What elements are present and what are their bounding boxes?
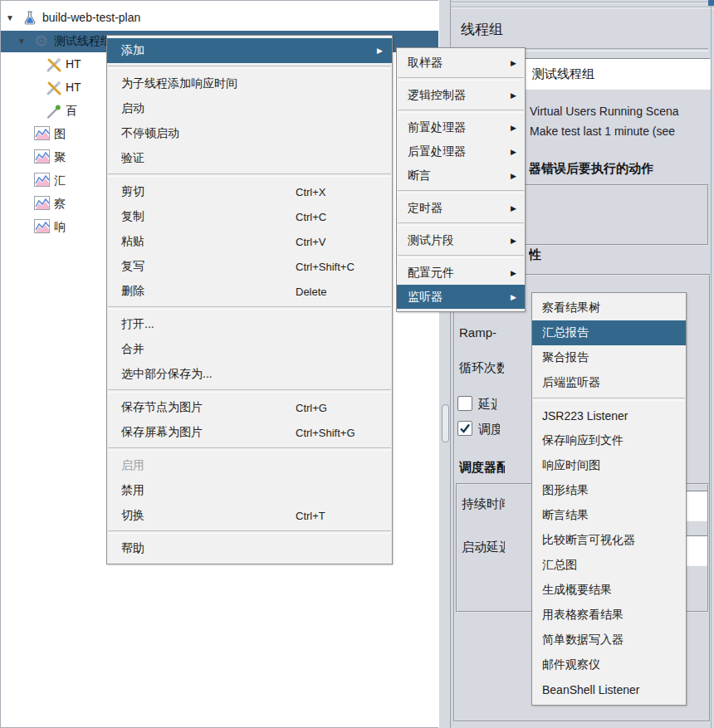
menu-item-shortcut: Delete — [296, 286, 327, 298]
listener-menu-item-保存响应到文件[interactable]: 保存响应到文件 — [532, 428, 686, 453]
tree-node-label: HT — [66, 81, 81, 94]
listener-menu-item-用表格察看结果[interactable]: 用表格察看结果 — [532, 603, 686, 628]
menu-item-label: 察看结果树 — [542, 300, 600, 315]
listener-menu-item-生成概要结果[interactable]: 生成概要结果 — [532, 578, 686, 603]
menu-item-label: 响应时间图 — [542, 458, 600, 473]
tree-node-label: HT — [66, 57, 81, 71]
context-menu-item-粘贴[interactable]: 粘贴Ctrl+V — [107, 229, 392, 254]
menu-separator — [108, 447, 391, 451]
add-menu-item-逻辑控制器[interactable]: 逻辑控制器▶ — [397, 83, 525, 107]
tree-node-label: 百 — [66, 104, 77, 119]
listener-menu-item-邮件观察仪[interactable]: 邮件观察仪 — [532, 652, 686, 677]
menu-item-label: JSR223 Listener — [542, 409, 628, 423]
listener-menu-item-察看结果树[interactable]: 察看结果树 — [532, 296, 686, 320]
split-pane-handle[interactable] — [442, 404, 449, 442]
menu-item-label: 断言 — [408, 169, 431, 183]
context-menu-item-启动[interactable]: 启动 — [107, 96, 392, 121]
menu-item-label: 打开... — [121, 317, 154, 332]
menu-item-label: 保存节点为图片 — [121, 400, 203, 415]
submenu-arrow-icon: ▶ — [511, 124, 516, 132]
dropper-icon — [46, 103, 62, 120]
menu-item-label: 邮件观察仪 — [542, 657, 600, 672]
listener-menu-item-汇总报告[interactable]: 汇总报告 — [532, 320, 686, 345]
add-menu-item-前置处理器[interactable]: 前置处理器▶ — [397, 115, 525, 139]
context-menu-item-选中部分保存为...[interactable]: 选中部分保存为... — [107, 362, 392, 387]
listener-menu-item-BeanShell Listener[interactable]: BeanShell Listener — [532, 677, 686, 702]
menu-item-label: BeanShell Listener — [542, 683, 640, 696]
listener-menu-item-响应时间图[interactable]: 响应时间图 — [532, 453, 686, 478]
menu-item-label: 禁用 — [121, 483, 144, 498]
expand-arrow-icon[interactable]: ▼ — [6, 13, 14, 22]
menu-separator — [398, 222, 524, 226]
menu-item-label: 保存屏幕为图片 — [121, 425, 203, 440]
tree-node-build-web-test-plan[interactable]: ▼build-web-test-plan — [1, 7, 438, 29]
add-menu-item-监听器[interactable]: 监听器▶ — [397, 285, 525, 309]
listener-menu-item-JSR223 Listener[interactable]: JSR223 Listener — [532, 403, 686, 428]
chart-icon — [34, 149, 51, 166]
submenu-arrow-icon: ▶ — [511, 269, 516, 277]
menu-item-label: 后置处理器 — [408, 144, 466, 159]
menu-item-label: 复写 — [121, 259, 144, 274]
menu-item-label: 简单数据写入器 — [542, 633, 624, 647]
context-menu-item-为子线程添加响应时间[interactable]: 为子线程添加响应时间 — [107, 71, 392, 96]
context-menu-item-切换[interactable]: 切换Ctrl+T — [107, 503, 392, 528]
menu-item-label: 选中部分保存为... — [121, 367, 213, 382]
context-menu-item-验证[interactable]: 验证 — [107, 146, 392, 171]
context-menu-item-合并[interactable]: 合并 — [107, 337, 392, 362]
tree-node-label: 察 — [54, 197, 66, 212]
sampler-error-action-title: 器错误后要执行的动作 — [529, 161, 653, 177]
add-menu-item-取样器[interactable]: 取样器▶ — [397, 51, 525, 75]
scheduler-config-title: 调度器配置 — [459, 460, 505, 476]
listener-menu-item-断言结果[interactable]: 断言结果 — [532, 503, 686, 528]
context-menu-item-打开...[interactable]: 打开... — [107, 312, 392, 337]
add-menu-item-后置处理器[interactable]: 后置处理器▶ — [397, 139, 525, 164]
context-menu-item-帮助[interactable]: 帮助 — [107, 536, 392, 561]
menu-separator — [398, 190, 524, 193]
thread-properties-title: 性 — [529, 247, 541, 263]
menu-item-label: 粘贴 — [121, 234, 144, 249]
add-menu-item-配置元件[interactable]: 配置元件▶ — [397, 261, 525, 285]
listener-menu-item-聚合报告[interactable]: 聚合报告 — [532, 345, 686, 370]
menu-separator — [533, 398, 685, 401]
tools-icon — [46, 80, 62, 96]
submenu-arrow-icon: ▶ — [511, 293, 516, 301]
menu-item-label: 保存响应到文件 — [542, 433, 624, 448]
context-menu-item-保存节点为图片[interactable]: 保存节点为图片Ctrl+G — [107, 395, 392, 420]
menu-item-label: 断言结果 — [542, 508, 589, 523]
panel-right-border — [711, 0, 712, 728]
context-menu-item-启用: 启用 — [107, 453, 392, 478]
menu-item-label: 逻辑控制器 — [408, 88, 466, 103]
menu-item-label: 生成概要结果 — [542, 583, 612, 598]
context-menu-item-删除[interactable]: 删除Delete — [107, 279, 392, 304]
listener-menu-item-比较断言可视化器[interactable]: 比较断言可视化器 — [532, 528, 686, 553]
menu-item-label: 不停顿启动 — [121, 126, 179, 141]
tree-node-label: 测试线程组 — [54, 34, 112, 49]
add-menu-item-定时器[interactable]: 定时器▶ — [397, 196, 525, 220]
context-menu-item-添加[interactable]: 添加▶ — [107, 38, 392, 63]
listener-menu-item-后端监听器[interactable]: 后端监听器 — [532, 370, 686, 395]
menu-separator — [398, 110, 524, 113]
menu-separator — [398, 255, 524, 258]
listener-menu-item-简单数据写入器[interactable]: 简单数据写入器 — [532, 628, 686, 652]
comment-line-1: Virtual Users Running Scena — [530, 105, 679, 118]
listener-menu-item-汇总图[interactable]: 汇总图 — [532, 553, 686, 578]
context-menu-item-复制[interactable]: 复制Ctrl+C — [107, 204, 392, 229]
add-menu-item-断言[interactable]: 断言▶ — [397, 164, 525, 188]
submenu-arrow-icon: ▶ — [377, 46, 383, 55]
listener-menu-item-图形结果[interactable]: 图形结果 — [532, 478, 686, 503]
add-menu-item-测试片段[interactable]: 测试片段▶ — [397, 228, 525, 252]
delay-thread-creation-checkbox[interactable] — [457, 396, 472, 411]
context-menu-item-禁用[interactable]: 禁用 — [107, 478, 392, 503]
scheduler-checkbox[interactable] — [457, 421, 472, 436]
context-menu-item-不停顿启动[interactable]: 不停顿启动 — [107, 121, 392, 146]
menu-item-label: 为子线程添加响应时间 — [121, 76, 237, 91]
menu-item-label: 配置元件 — [408, 266, 454, 281]
tree-node-label: 聚 — [54, 150, 66, 165]
expand-arrow-icon[interactable]: ▼ — [17, 37, 26, 46]
menu-item-label: 启动 — [121, 101, 144, 116]
context-menu-item-剪切[interactable]: 剪切Ctrl+X — [107, 179, 392, 204]
context-menu-item-复写[interactable]: 复写Ctrl+Shift+C — [107, 254, 392, 279]
gear-icon: ⚙ — [34, 33, 51, 50]
tools-icon — [46, 56, 62, 73]
context-menu-item-保存屏幕为图片[interactable]: 保存屏幕为图片Ctrl+Shift+G — [107, 420, 392, 445]
